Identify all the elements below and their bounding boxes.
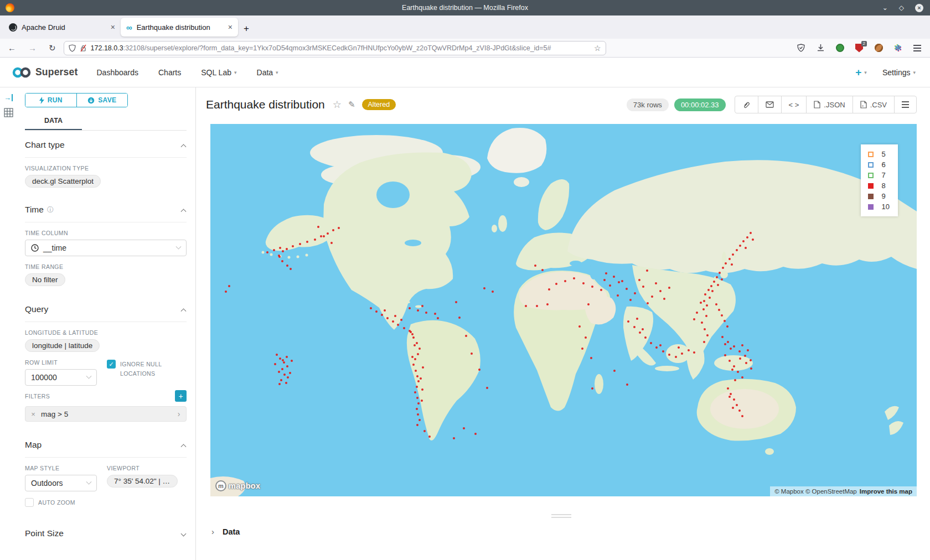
dataset-grid-icon[interactable]: [4, 108, 13, 117]
earthquake-point[interactable]: [681, 352, 683, 355]
earthquake-point[interactable]: [716, 276, 718, 278]
viz-type-value[interactable]: deck.gl Scatterplot: [25, 175, 101, 188]
edit-title-icon[interactable]: ✎: [348, 100, 355, 110]
menu-icon[interactable]: [912, 43, 922, 53]
earthquake-point[interactable]: [662, 350, 664, 352]
earthquake-point[interactable]: [706, 304, 708, 307]
settings-menu[interactable]: Settings▾: [882, 68, 916, 77]
tracking-shield-icon[interactable]: [69, 44, 76, 52]
earthquake-point[interactable]: [728, 396, 731, 398]
earthquake-point[interactable]: [719, 272, 721, 274]
chart-menu-button[interactable]: [894, 96, 916, 113]
remove-filter-icon[interactable]: ×: [25, 410, 41, 418]
minimize-icon[interactable]: ⌄: [882, 4, 888, 11]
earthquake-point[interactable]: [416, 386, 418, 388]
improve-map-link[interactable]: Improve this map: [860, 488, 912, 495]
earthquake-point[interactable]: [278, 255, 280, 257]
colorful-extension-icon[interactable]: ✻: [893, 43, 903, 53]
earthquake-point[interactable]: [416, 342, 418, 344]
tab-earthquake-distribution[interactable]: ∞ Earthquake distribution ×: [121, 18, 238, 37]
share-link-button[interactable]: [735, 96, 758, 113]
filter-item[interactable]: × mag > 5 ›: [25, 406, 187, 422]
earthquake-point[interactable]: [626, 383, 628, 386]
favorite-star-icon[interactable]: ☆: [333, 98, 342, 111]
earthquake-point[interactable]: [613, 276, 615, 278]
add-new-button[interactable]: +▾: [855, 66, 867, 79]
earthquake-point[interactable]: [704, 328, 706, 330]
earthquake-point[interactable]: [283, 374, 286, 376]
tab-apache-druid[interactable]: Apache Druid ×: [3, 18, 121, 37]
superset-logo[interactable]: Superset: [12, 66, 78, 79]
nav-charts[interactable]: Charts: [158, 68, 181, 77]
earthquake-point[interactable]: [314, 238, 316, 241]
earthquake-point[interactable]: [416, 408, 418, 410]
earthquake-point[interactable]: [724, 320, 726, 322]
cookie-extension-icon[interactable]: [874, 43, 884, 53]
earthquake-point[interactable]: [585, 336, 587, 339]
earthquake-point[interactable]: [626, 288, 628, 290]
expand-dataset-panel-icon[interactable]: →: [4, 94, 13, 101]
section-map[interactable]: Map: [25, 431, 187, 457]
back-icon[interactable]: ←: [8, 43, 16, 53]
earthquake-point[interactable]: [618, 281, 620, 283]
privacy-extension-icon[interactable]: [835, 43, 845, 53]
url-bar[interactable]: 172.18.0.3:32108/superset/explore/?form_…: [64, 41, 606, 55]
earthquake-point[interactable]: [733, 398, 735, 401]
earthquake-point[interactable]: [744, 355, 746, 357]
earthquake-point[interactable]: [403, 327, 405, 329]
earthquake-point[interactable]: [434, 313, 436, 315]
deckgl-map[interactable]: 5678910 m mapbox © Mapbox © OpenStreetMa…: [210, 124, 917, 496]
earthquake-point[interactable]: [291, 360, 293, 362]
save-button[interactable]: SAVE: [77, 94, 128, 107]
add-filter-button[interactable]: +: [175, 390, 187, 402]
earthquake-point[interactable]: [700, 302, 702, 304]
earthquake-point[interactable]: [713, 281, 715, 283]
reload-icon[interactable]: ↻: [49, 43, 56, 53]
earthquake-point[interactable]: [747, 349, 749, 351]
earthquake-point[interactable]: [600, 289, 602, 291]
ublock-icon[interactable]: 2: [854, 43, 864, 53]
mapbox-logo[interactable]: m mapbox: [215, 480, 260, 491]
earthquake-point[interactable]: [736, 404, 738, 406]
earthquake-point[interactable]: [465, 335, 467, 337]
section-chart-type[interactable]: Chart type: [25, 131, 187, 157]
run-button[interactable]: RUN: [25, 94, 77, 107]
earthquake-point[interactable]: [418, 419, 421, 421]
earthquake-point[interactable]: [633, 326, 636, 328]
earthquake-point[interactable]: [688, 349, 690, 351]
earthquake-point[interactable]: [752, 238, 754, 241]
earthquake-point[interactable]: [283, 361, 285, 364]
earthquake-point[interactable]: [718, 309, 720, 311]
earthquake-point[interactable]: [736, 249, 738, 251]
earthquake-point[interactable]: [418, 348, 421, 350]
earthquake-point[interactable]: [273, 249, 275, 251]
earthquake-point[interactable]: [715, 303, 717, 305]
row-limit-select[interactable]: 100000: [25, 369, 97, 386]
new-tab-button[interactable]: +: [244, 23, 249, 34]
earthquake-point[interactable]: [225, 291, 227, 293]
earthquake-point[interactable]: [415, 370, 417, 372]
chevron-right-icon[interactable]: ›: [172, 409, 186, 418]
earthquake-point[interactable]: [536, 305, 538, 307]
earthquake-point[interactable]: [710, 285, 712, 287]
section-time[interactable]: Timeⓘ: [25, 195, 187, 222]
legend-item[interactable]: 9: [868, 192, 890, 200]
earthquake-point[interactable]: [733, 365, 735, 367]
earthquake-point[interactable]: [541, 269, 544, 271]
earthquake-point[interactable]: [286, 248, 288, 250]
earthquake-point[interactable]: [738, 409, 741, 412]
map-legend[interactable]: 5678910: [861, 144, 898, 216]
earthquake-point[interactable]: [701, 322, 703, 324]
forward-icon[interactable]: →: [28, 43, 37, 53]
bookmark-star-icon[interactable]: ☆: [594, 44, 601, 53]
earthquake-point[interactable]: [646, 269, 648, 272]
lonlat-value[interactable]: longitude | latitude: [25, 339, 100, 352]
earthquake-point[interactable]: [741, 415, 743, 417]
earthquake-point[interactable]: [750, 232, 752, 234]
earthquake-point[interactable]: [675, 356, 677, 358]
earthquake-point[interactable]: [728, 360, 731, 362]
section-point-size[interactable]: Point Size: [25, 519, 187, 546]
earthquake-point[interactable]: [384, 309, 386, 312]
time-range-value[interactable]: No filter: [25, 273, 65, 286]
earthquake-point[interactable]: [474, 433, 477, 435]
